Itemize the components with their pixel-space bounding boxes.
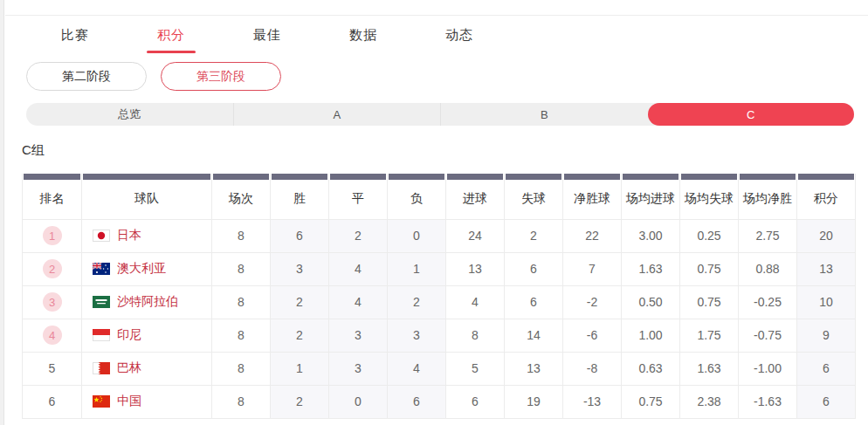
segment-group-b[interactable]: B [440,103,648,126]
tab-underline [435,51,484,53]
stat-cell: 4 [388,352,446,385]
tab-news[interactable]: 动态 [435,27,484,53]
header-cell-goal-diff: 净胜球 [563,174,622,219]
stat-cell: 2 [271,319,329,352]
team-name-link[interactable]: 日本 [117,228,141,243]
stage-filter-second-stage[interactable]: 第二阶段 [26,62,147,91]
stat-cell: 7 [563,252,622,285]
stat-cell: 3 [388,319,446,352]
stat-cell: 0.75 [622,385,680,418]
team-cell[interactable]: 沙特阿拉伯 [82,285,212,319]
stat-cell: 6 [797,385,856,418]
standings-table-body: 1日本8620242223.000.252.75202澳大利亚834113671… [23,219,856,418]
rank-badge: 1 [43,226,62,245]
segment-overview[interactable]: 总览 [26,103,233,126]
stat-cell: 13 [505,352,563,385]
team-cell[interactable]: 巴林 [82,352,212,385]
indonesia-flag-icon [93,329,110,341]
segment-group-a[interactable]: A [233,103,441,126]
stat-cell: 5 [446,352,505,385]
stat-cell: 2 [388,285,446,319]
stat-cell: -0.75 [739,319,797,352]
stat-cell: 10 [797,285,856,319]
tab-label: 最佳 [253,27,281,43]
stat-cell: -1.63 [739,385,797,418]
tab-label: 数据 [349,27,377,43]
group-segmented-control: 总览 A B C [26,103,854,126]
stat-cell: 1.00 [622,319,680,352]
rank-badge: 2 [43,259,62,278]
stat-cell: 9 [797,319,856,352]
stat-cell: 22 [563,219,622,252]
tab-matches[interactable]: 比赛 [51,27,100,53]
stat-cell: -2 [563,285,622,319]
tab-underline [51,51,100,53]
team-cell[interactable]: 日本 [82,219,212,252]
header-cell-played: 场次 [212,174,271,219]
table-row: 5巴林8134513-80.631.63-1.006 [23,352,856,385]
stat-cell: 8 [446,319,505,352]
rank-cell: 6 [23,385,82,418]
team-name-link[interactable]: 印尼 [117,327,141,343]
stat-cell: 1 [388,252,446,285]
stat-cell: 8 [212,352,271,385]
stat-cell: 3.00 [622,219,680,252]
team-name-link[interactable]: 巴林 [117,360,141,376]
stat-cell: 1.75 [680,319,739,352]
tab-best[interactable]: 最佳 [243,27,292,53]
team-cell[interactable]: 澳大利亚 [82,252,212,285]
header-cell-losses: 负 [388,174,446,219]
stat-cell: 24 [446,219,505,252]
australia-flag-icon [93,263,110,275]
table-row: 3沙特阿拉伯824246-20.500.75-0.2510 [23,285,856,319]
stat-cell: 0.75 [680,252,739,285]
team-name-link[interactable]: 沙特阿拉伯 [117,294,178,310]
bahrain-flag-icon [93,362,110,374]
stat-cell: 6 [271,219,329,252]
header-cell-avg-goal-diff: 场均净胜 [739,174,797,219]
stat-cell: 1.63 [622,252,680,285]
header-cell-goals-for: 进球 [446,174,505,219]
tab-standings[interactable]: 积分 [147,27,196,53]
tab-stats[interactable]: 数据 [339,27,388,53]
china-flag-icon [93,395,110,408]
header-cell-points: 积分 [797,174,856,219]
rank-cell: 3 [23,285,82,319]
standings-table: 排名 球队 场次 胜 平 负 进球 失球 净胜球 场均进球 场均失球 场均净胜 … [22,174,856,419]
stat-cell: 0 [329,385,388,418]
stat-cell: 2 [271,385,329,418]
stat-cell: 1 [271,352,329,385]
tab-bar: 比赛 积分 最佳 数据 动态 [5,16,868,53]
stat-cell: 14 [505,319,563,352]
active-tab-underline [147,51,196,53]
stat-cell: -6 [563,319,622,352]
stat-cell: 6 [505,285,563,319]
team-name-link[interactable]: 澳大利亚 [117,261,166,277]
header-cell-goals-against: 失球 [505,174,563,219]
team-cell[interactable]: 印尼 [82,319,212,352]
japan-flag-icon [93,230,110,242]
rank-cell: 2 [23,252,82,285]
stat-cell: 2.38 [680,385,739,418]
stat-cell: 6 [505,252,563,285]
stat-cell: 4 [446,285,505,319]
stat-cell: 0.88 [739,252,797,285]
team-cell[interactable]: 中国 [82,385,212,418]
table-row: 1日本8620242223.000.252.7520 [23,219,856,252]
team-name-link[interactable]: 中国 [117,394,141,409]
header-cell-rank: 排名 [23,174,82,219]
tab-underline [243,51,292,53]
stat-cell: -0.25 [739,285,797,319]
stat-cell: -8 [563,352,622,385]
table-row: 2澳大利亚834113671.630.750.8813 [23,252,856,285]
stage-filter-third-stage[interactable]: 第三阶段 [161,62,281,91]
page-left-edge [0,0,4,425]
stat-cell: 6 [446,385,505,418]
segment-group-c[interactable]: C [648,103,855,126]
tab-underline [339,51,388,53]
stat-cell: 6 [388,385,446,418]
stat-cell: 13 [446,252,505,285]
stat-cell: 8 [212,319,271,352]
stat-cell: 6 [797,352,856,385]
stat-cell: 3 [329,352,388,385]
